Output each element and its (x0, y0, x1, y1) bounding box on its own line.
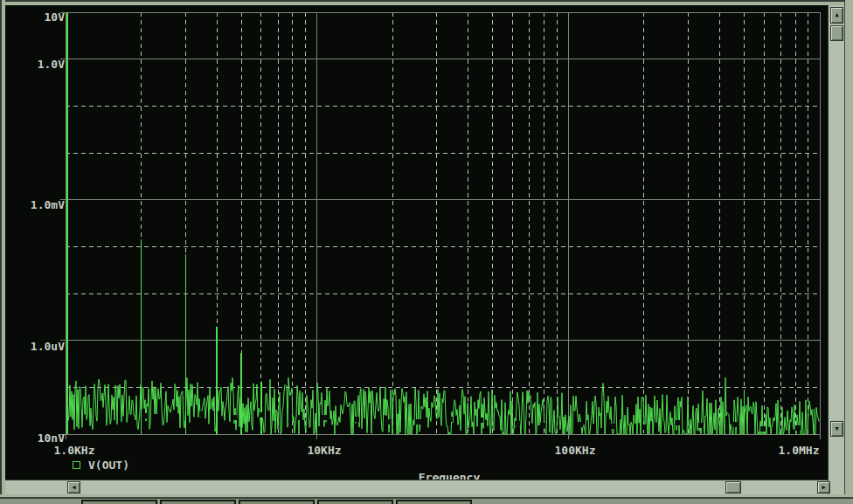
window-border-left (0, 0, 5, 499)
fft-spectrum-chart (5, 5, 833, 485)
horizontal-scrollbar-thumb[interactable] (725, 481, 741, 494)
scroll-down-button[interactable]: ▼ (830, 421, 843, 437)
legend-marker-icon[interactable] (73, 461, 80, 469)
background-button[interactable] (396, 500, 472, 504)
y-tick-label: 10V (5, 11, 65, 24)
background-button[interactable] (160, 500, 236, 504)
left-arrow-icon: ◀ (72, 485, 75, 491)
vertical-scrollbar-thumb[interactable] (830, 25, 843, 41)
up-arrow-icon: ▲ (835, 12, 838, 18)
window-border-top (0, 0, 853, 5)
x-tick-label: 100KHz (536, 445, 614, 457)
probe-window: 10V 1.0V 1.0mV 1.0uV 10nV 1.0KHz 10KHz 1… (0, 0, 853, 504)
scroll-left-button[interactable]: ◀ (67, 481, 80, 494)
legend-trace-label[interactable]: V(OUT) (88, 459, 129, 472)
background-button[interactable] (239, 500, 315, 504)
y-tick-label: 1.0uV (5, 341, 65, 353)
x-tick-label: 10KHz (285, 445, 364, 457)
background-window-strip (0, 499, 853, 504)
x-tick-label: 1.0MHz (759, 445, 838, 457)
y-tick-label: 10nV (5, 432, 65, 445)
right-arrow-icon: ▶ (822, 485, 825, 491)
window-border-right (844, 0, 853, 499)
scroll-up-button[interactable]: ▲ (830, 7, 843, 24)
horizontal-scrollbar[interactable]: ◀ ▶ (5, 480, 828, 494)
background-button[interactable] (317, 500, 393, 504)
down-arrow-icon: ▼ (835, 426, 838, 432)
scroll-right-button[interactable]: ▶ (817, 481, 830, 494)
y-tick-label: 1.0V (5, 59, 65, 71)
background-button[interactable] (81, 500, 157, 504)
vertical-scrollbar[interactable]: ▲ ▼ (828, 5, 844, 494)
y-tick-label: 1.0mV (5, 199, 65, 211)
plot-area: 10V 1.0V 1.0mV 1.0uV 10nV 1.0KHz 10KHz 1… (5, 5, 828, 480)
x-tick-label: 1.0KHz (35, 445, 114, 457)
